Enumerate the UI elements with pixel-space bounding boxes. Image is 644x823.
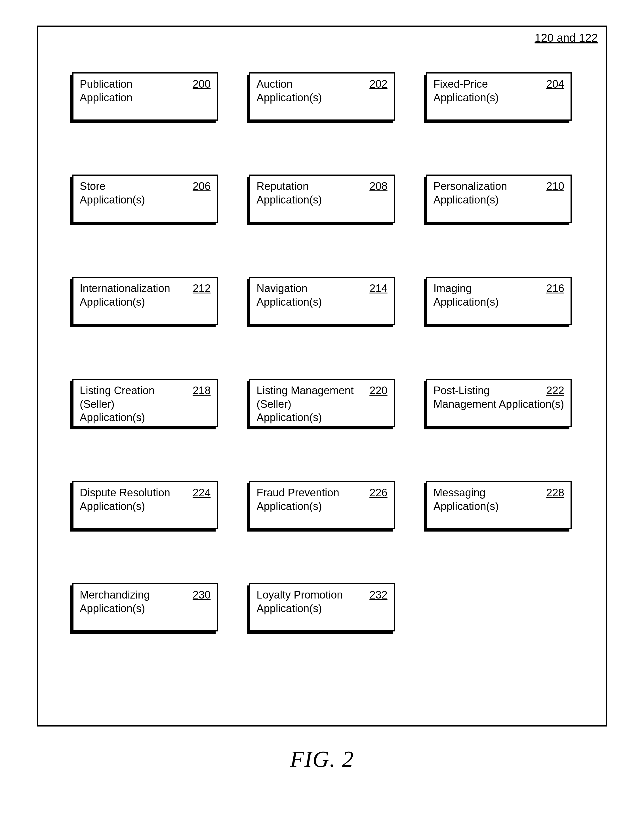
box-label-line2: Application(s) <box>80 602 145 614</box>
application-box: 210PersonalizationApplication(s) <box>426 175 572 223</box>
box-number: 232 <box>370 588 387 602</box>
box-label-line2: Application(s) <box>256 194 322 206</box>
box-label: StoreApplication(s) <box>80 180 179 207</box>
box-number: 210 <box>546 180 564 193</box>
application-box: 204Fixed-PriceApplication(s) <box>426 72 572 121</box>
application-box: 208ReputationApplication(s) <box>249 175 395 223</box>
box-label: MessagingApplication(s) <box>434 486 533 513</box>
box-label-line1: Reputation <box>256 180 309 192</box>
box-label-line2: Application <box>80 92 132 104</box>
application-box: 212InternationalizationApplication(s) <box>72 277 218 325</box>
application-box: 218Listing Creation(Seller) Application(… <box>72 379 218 427</box>
application-box: 220Listing Management(Seller) Applicatio… <box>249 379 395 427</box>
box-number: 202 <box>370 77 387 91</box>
box-label-line2: Application(s) <box>80 296 145 308</box>
box-label-line1: Publication <box>80 78 132 90</box>
box-label: Listing Management(Seller) Application(s… <box>256 384 356 425</box>
box-label: Post-ListingManagement Application(s) <box>434 384 564 411</box>
box-label-line2: Application(s) <box>80 501 145 512</box>
box-label: Loyalty PromotionApplication(s) <box>256 588 356 615</box>
box-label-line2: Application(s) <box>434 92 499 104</box>
box-label-line2: Application(s) <box>256 501 322 512</box>
box-number: 222 <box>546 384 564 398</box>
application-box: 200PublicationApplication <box>72 72 218 121</box>
box-number: 208 <box>370 180 387 193</box>
application-box: 228MessagingApplication(s) <box>426 481 572 529</box>
outer-container-label: 120 and 122 <box>535 32 598 44</box>
box-label-line2: Application(s) <box>434 194 499 206</box>
box-label: NavigationApplication(s) <box>256 282 356 309</box>
box-label-line1: Imaging <box>434 283 472 294</box>
application-box: 226Fraud PreventionApplication(s) <box>249 481 395 529</box>
box-label: Dispute ResolutionApplication(s) <box>80 486 179 513</box>
outer-container: 120 and 122 200PublicationApplication202… <box>37 26 607 726</box>
box-label-line1: Fraud Prevention <box>256 487 339 499</box>
figure-caption: FIG. 2 <box>37 746 607 772</box>
box-label: InternationalizationApplication(s) <box>80 282 179 309</box>
box-number: 228 <box>546 486 564 500</box>
box-number: 220 <box>370 384 387 398</box>
box-label-line2: Application(s) <box>256 92 322 104</box>
box-number: 224 <box>193 486 210 500</box>
box-label-line2: Application(s) <box>434 296 499 308</box>
box-number: 214 <box>370 282 387 295</box>
application-box: 202AuctionApplication(s) <box>249 72 395 121</box>
box-label-line1: Loyalty Promotion <box>256 589 343 601</box>
box-label-line1: Navigation <box>256 283 308 294</box>
box-label: Fixed-PriceApplication(s) <box>434 77 533 104</box>
box-number: 218 <box>193 384 210 398</box>
box-label-line1: Personalization <box>434 180 507 192</box>
box-label-line2: (Seller) Application(s) <box>256 398 322 424</box>
box-label-line1: Post-Listing <box>434 385 490 396</box>
box-label-line1: Dispute Resolution <box>80 487 170 499</box>
box-number: 204 <box>546 77 564 91</box>
box-label-line2: Application(s) <box>256 602 322 614</box>
box-label: MerchandizingApplication(s) <box>80 588 179 615</box>
box-label: Listing Creation(Seller) Application(s) <box>80 384 179 425</box>
box-label-line1: Merchandizing <box>80 589 150 601</box>
box-label-line1: Listing Creation <box>80 385 155 396</box>
box-label-line1: Internationalization <box>80 283 170 294</box>
box-label-line2: Application(s) <box>80 194 145 206</box>
box-number: 230 <box>193 588 210 602</box>
box-label-line2: Application(s) <box>256 296 322 308</box>
box-number: 206 <box>193 180 210 193</box>
application-box: 232Loyalty PromotionApplication(s) <box>249 583 395 631</box>
box-label: ImagingApplication(s) <box>434 282 533 309</box>
box-label-line2: (Seller) Application(s) <box>80 398 145 424</box>
application-box: 206StoreApplication(s) <box>72 175 218 223</box>
box-label-line2: Application(s) <box>434 501 499 512</box>
box-label: AuctionApplication(s) <box>256 77 356 104</box>
box-number: 200 <box>193 77 210 91</box>
application-box: 222Post-ListingManagement Application(s) <box>426 379 572 427</box>
box-number: 226 <box>370 486 387 500</box>
box-label: PublicationApplication <box>80 77 179 104</box>
application-box: 230MerchandizingApplication(s) <box>72 583 218 631</box>
box-label: ReputationApplication(s) <box>256 180 356 207</box>
box-label: PersonalizationApplication(s) <box>434 180 533 207</box>
box-label-line1: Messaging <box>434 487 486 499</box>
box-label-line1: Listing Management <box>256 385 354 396</box>
box-grid: 200PublicationApplication202AuctionAppli… <box>72 72 572 631</box>
box-label-line1: Auction <box>256 78 293 90</box>
application-box: 216ImagingApplication(s) <box>426 277 572 325</box>
box-label-line2: Management Application(s) <box>434 398 564 410</box>
application-box: 224Dispute ResolutionApplication(s) <box>72 481 218 529</box>
application-box: 214NavigationApplication(s) <box>249 277 395 325</box>
figure-page: 120 and 122 200PublicationApplication202… <box>0 0 644 823</box>
box-label-line1: Store <box>80 180 106 192</box>
box-number: 212 <box>193 282 210 295</box>
box-number: 216 <box>546 282 564 295</box>
empty-cell <box>426 583 572 631</box>
box-label-line1: Fixed-Price <box>434 78 488 90</box>
box-label: Fraud PreventionApplication(s) <box>256 486 356 513</box>
